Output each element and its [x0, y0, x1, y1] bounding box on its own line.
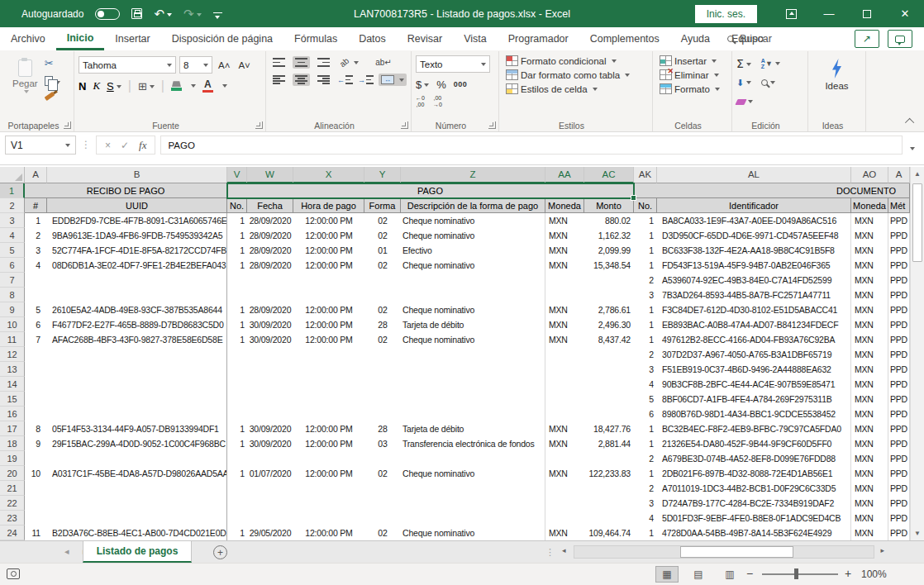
enter-formula-icon[interactable]: ✓: [121, 140, 129, 151]
cell[interactable]: MXN: [851, 288, 888, 302]
cell[interactable]: [584, 392, 634, 407]
cell[interactable]: MXN: [545, 258, 584, 273]
format-painter-icon[interactable]: [44, 92, 55, 101]
cell[interactable]: 2: [634, 347, 657, 362]
cell[interactable]: [227, 273, 247, 288]
cell[interactable]: 29/05/2020: [247, 526, 293, 540]
cell[interactable]: [227, 451, 247, 466]
cell[interactable]: MXN: [851, 451, 888, 466]
cell[interactable]: PPD: [888, 377, 910, 392]
cell[interactable]: [364, 288, 401, 302]
column-header-AA-7[interactable]: AA: [545, 167, 584, 183]
cell[interactable]: 1: [227, 243, 247, 258]
cut-icon[interactable]: ✂: [45, 57, 60, 69]
cell[interactable]: [47, 392, 227, 407]
cell[interactable]: 5D01FD3F-9EBF-4FE0-B8E8-0F1ADC9ED4CB: [657, 511, 851, 526]
cell[interactable]: Cheque nominativo: [401, 466, 545, 481]
cell[interactable]: MXN: [545, 317, 584, 332]
cell[interactable]: A0317C1F-45BE-4DA8-A57D-D98026AAD5AA: [47, 466, 227, 481]
sign-in-button[interactable]: Inic. ses.: [695, 5, 757, 23]
cell[interactable]: 1: [227, 258, 247, 273]
cell[interactable]: PPD: [888, 332, 910, 347]
cell[interactable]: PPD: [888, 302, 910, 317]
cell[interactable]: [25, 362, 47, 377]
cell[interactable]: PPD: [888, 273, 910, 288]
cell[interactable]: [584, 377, 634, 392]
decrease-decimal-icon[interactable]: ,00→0: [433, 95, 442, 107]
cell[interactable]: MXN: [851, 466, 888, 481]
cell[interactable]: [47, 288, 227, 302]
cell[interactable]: 1: [634, 243, 657, 258]
cell[interactable]: 8980B76D-98D1-4A34-BBC1-9CDCE5538452: [657, 407, 851, 421]
header-cell[interactable]: Moneda: [545, 198, 584, 213]
cell[interactable]: 02: [364, 466, 401, 481]
cell[interactable]: 497612B2-8ECC-4166-AD04-FB93A76C92BA: [657, 332, 851, 347]
format-as-table-button[interactable]: Dar formato como tabla: [503, 68, 648, 82]
cell[interactable]: 28/09/2020: [247, 243, 293, 258]
header-cell[interactable]: Identificador: [657, 198, 851, 213]
cell[interactable]: [401, 511, 545, 526]
cell[interactable]: [545, 451, 584, 466]
column-header-Z-6[interactable]: Z: [401, 167, 545, 183]
font-color-button[interactable]: A: [202, 79, 213, 93]
cell[interactable]: [401, 288, 545, 302]
cell[interactable]: [227, 392, 247, 407]
autosum-button[interactable]: Σ: [736, 56, 751, 71]
cell[interactable]: [293, 511, 364, 526]
cell[interactable]: 7: [25, 332, 47, 347]
cell[interactable]: MXN: [851, 407, 888, 421]
cell[interactable]: [247, 347, 293, 362]
cell[interactable]: MXN: [851, 243, 888, 258]
cell[interactable]: [401, 362, 545, 377]
cell[interactable]: 30/09/2020: [247, 317, 293, 332]
font-name-combo[interactable]: Tahoma: [79, 56, 176, 74]
column-header-AK-9[interactable]: AK: [634, 167, 657, 183]
cell[interactable]: [584, 273, 634, 288]
column-header-Y-5[interactable]: Y: [364, 167, 401, 183]
cell[interactable]: PPD: [888, 392, 910, 407]
cell[interactable]: MXN: [851, 511, 888, 526]
hscroll-left-icon[interactable]: ◂: [562, 546, 566, 554]
cell[interactable]: [364, 347, 401, 362]
cell[interactable]: 2,881.44: [584, 436, 634, 451]
cell[interactable]: [247, 273, 293, 288]
percent-format-button[interactable]: %: [436, 78, 446, 91]
cell[interactable]: BA8CA033-1E9F-43A7-A0EE-D049A86AC516: [657, 213, 851, 228]
cell[interactable]: Cheque nominativo: [401, 332, 545, 347]
cell[interactable]: 1: [634, 213, 657, 228]
cell[interactable]: 29F15BAC-299A-4D0D-9052-1C00C4F968BC: [47, 436, 227, 451]
cell[interactable]: [227, 362, 247, 377]
header-cell[interactable]: Hora de pago: [293, 198, 364, 213]
row-header-16[interactable]: 16: [0, 407, 25, 421]
tab-revisar[interactable]: Revisar: [397, 27, 453, 50]
cell[interactable]: [584, 496, 634, 511]
cell[interactable]: 28/09/2020: [247, 302, 293, 317]
cell[interactable]: [47, 347, 227, 362]
cell[interactable]: FD543F13-519A-45F9-94B7-0AB2E046F365: [657, 258, 851, 273]
cell[interactable]: MXN: [851, 228, 888, 243]
cell[interactable]: 2DB021F6-897B-4D32-8088-72E4D1AB56E1: [657, 466, 851, 481]
merge-center-button[interactable]: ↔: [379, 74, 407, 86]
cell[interactable]: F51EB919-0C37-4B6D-9496-2A44888EA632: [657, 362, 851, 377]
macro-record-icon[interactable]: [7, 568, 20, 579]
vscroll-up-icon[interactable]: ▲: [911, 167, 924, 181]
column-header-B-1[interactable]: B: [47, 167, 227, 183]
column-header-A-0[interactable]: A: [25, 167, 47, 183]
number-format-combo[interactable]: Texto: [416, 55, 490, 73]
tab-programador[interactable]: Programador: [498, 27, 579, 50]
cell[interactable]: [584, 407, 634, 421]
copy-button[interactable]: [45, 74, 60, 89]
cell[interactable]: 12:00:00 PM: [293, 436, 364, 451]
column-header-A-12[interactable]: A: [888, 167, 910, 183]
cell[interactable]: [401, 481, 545, 496]
row-header-4[interactable]: 4: [0, 228, 25, 243]
cell[interactable]: 28: [364, 317, 401, 332]
cell[interactable]: [247, 392, 293, 407]
portapapeles-dialog-launcher-icon[interactable]: [64, 121, 71, 129]
cell-documento[interactable]: DOCUMENTO: [634, 183, 910, 198]
cell[interactable]: 1,162.32: [584, 228, 634, 243]
cell[interactable]: 90B3CF8B-2BFC-4E44-AC4E-907B59E85471: [657, 377, 851, 392]
cell[interactable]: 1: [634, 228, 657, 243]
expand-formula-bar-icon[interactable]: [907, 136, 919, 155]
cell[interactable]: [25, 511, 47, 526]
